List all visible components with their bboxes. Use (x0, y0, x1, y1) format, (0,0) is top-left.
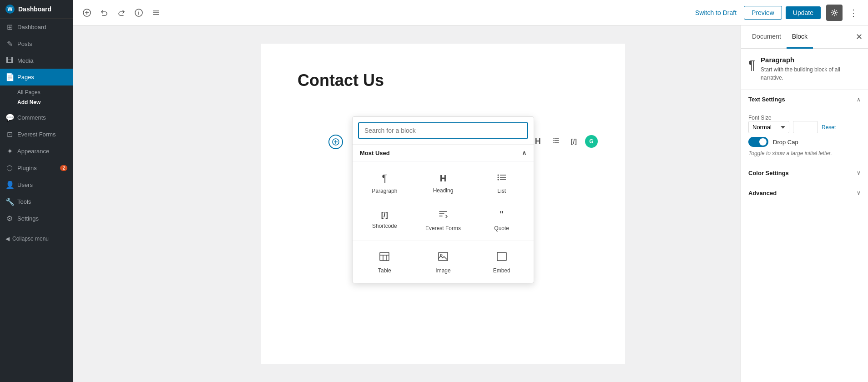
add-block-inline-button[interactable] (328, 135, 343, 149)
drop-cap-label: Drop Cap (773, 139, 798, 146)
everest-forms-block-label: Everest Forms (425, 225, 461, 231)
preview-button[interactable]: Preview (744, 6, 782, 20)
collapse-icon: ◀ (5, 236, 10, 242)
main: Contact Us H [/] G (146, 25, 868, 382)
block-search-input[interactable] (358, 122, 528, 139)
sidebar-nav: ⊞ Dashboard ✎ Posts 🎞 Media 📄 Pages All … (0, 19, 73, 382)
sidebar-logo[interactable]: W Dashboard (0, 0, 73, 19)
sidebar-pages-sub: All Pages Add New (0, 85, 73, 109)
sidebar-collapse[interactable]: ◀ Collapse menu (0, 231, 73, 246)
text-settings-content: Font Size Normal Small Medium Large Huge… (741, 109, 868, 163)
advanced-section: Advanced ∨ (741, 183, 868, 203)
sidebar-logo-label: Dashboard (18, 5, 51, 13)
panel-close-button[interactable]: ✕ (856, 32, 863, 42)
sidebar-item-label: Users (17, 181, 33, 188)
color-settings-header[interactable]: Color Settings ∨ (741, 163, 868, 183)
sidebar-item-label: Pages (17, 74, 34, 80)
sidebar-item-plugins[interactable]: ⬡ Plugins 2 (0, 160, 73, 176)
sidebar-item-posts[interactable]: ✎ Posts (0, 35, 73, 52)
text-settings-section: Text Settings ∧ Font Size Normal Small M… (741, 90, 868, 163)
tab-block[interactable]: Block (787, 25, 813, 49)
block-item-heading[interactable]: H Heading (415, 165, 472, 200)
sidebar-item-comments[interactable]: 💬 Comments (0, 109, 73, 126)
add-block-topbar-button[interactable] (80, 6, 94, 20)
most-used-chevron[interactable]: ∧ (522, 149, 526, 156)
block-item-embed[interactable]: Embed (473, 245, 530, 279)
color-settings-title: Color Settings (748, 170, 789, 176)
more-blocks-grid: Table Image Embed (353, 241, 534, 283)
embed-label: Embed (493, 267, 510, 274)
more-options-button[interactable]: ⋮ (846, 5, 861, 21)
block-search-wrap (353, 117, 534, 145)
quote-label: Quote (494, 225, 509, 231)
redo-button[interactable] (115, 6, 128, 20)
block-item-shortcode[interactable]: [/] Shortcode (356, 201, 413, 237)
switch-to-draft-button[interactable]: Switch to Draft (695, 9, 737, 16)
svg-point-18 (553, 142, 554, 143)
sidebar-item-appearance[interactable]: ✦ Appearance (0, 143, 73, 160)
sidebar-all-pages[interactable]: All Pages (17, 87, 67, 97)
block-info-icon: ¶ (748, 56, 755, 72)
topbar: Switch to Draft Preview Update ⋮ (73, 0, 868, 25)
info-button[interactable] (132, 6, 146, 20)
sidebar-item-pages[interactable]: 📄 Pages (0, 69, 73, 85)
sidebar-item-label: Posts (17, 40, 32, 47)
list-label: List (497, 188, 506, 194)
sidebar-item-dashboard[interactable]: ⊞ Dashboard (0, 19, 73, 35)
block-item-everest-forms[interactable]: Everest Forms (415, 201, 472, 237)
sidebar-divider (0, 229, 73, 229)
sidebar-item-media[interactable]: 🎞 Media (0, 52, 73, 69)
sidebar-item-users[interactable]: 👤 Users (0, 176, 73, 193)
block-item-paragraph[interactable]: ¶ Paragraph (356, 165, 413, 200)
heading-icon: H (440, 173, 446, 184)
quote-icon: " (500, 209, 504, 221)
block-info-text: Paragraph Start with the building block … (761, 56, 861, 82)
appearance-icon: ✦ (5, 147, 14, 156)
block-item-table[interactable]: Table (356, 245, 413, 279)
list-format-button[interactable] (549, 135, 563, 148)
svg-point-16 (553, 138, 554, 139)
text-settings-header[interactable]: Text Settings ∧ (741, 90, 868, 109)
advanced-header[interactable]: Advanced ∨ (741, 183, 868, 203)
sidebar-add-new[interactable]: Add New (17, 97, 67, 107)
list-icon (497, 172, 507, 184)
tab-document[interactable]: Document (747, 25, 787, 49)
update-button[interactable]: Update (786, 6, 821, 19)
page-title[interactable]: Contact Us (298, 71, 589, 90)
sidebar-item-tools[interactable]: 🔧 Tools (0, 193, 73, 210)
text-settings-chevron: ∧ (857, 96, 861, 103)
undo-button[interactable] (97, 6, 111, 20)
block-item-quote[interactable]: " Quote (473, 201, 530, 237)
block-item-image[interactable]: Image (415, 245, 472, 279)
shortcode-format-button[interactable]: [/] (568, 136, 580, 147)
sidebar-item-everest-forms[interactable]: ⊡ Everest Forms (0, 126, 73, 143)
advanced-title: Advanced (748, 190, 777, 196)
sidebar-item-label: Settings (17, 215, 39, 222)
most-used-grid: ¶ Paragraph H Heading List (353, 161, 534, 241)
drop-cap-desc: Toggle to show a large initial letter. (748, 150, 861, 157)
sidebar: W Dashboard ⊞ Dashboard ✎ Posts 🎞 Media … (0, 0, 73, 382)
settings-button[interactable] (826, 5, 843, 21)
font-size-select[interactable]: Normal Small Medium Large Huge (748, 121, 789, 133)
drop-cap-row: Drop Cap (748, 137, 861, 147)
font-size-input[interactable] (793, 121, 818, 133)
drop-cap-toggle[interactable] (748, 137, 768, 147)
editor-area: Contact Us H [/] G (146, 25, 741, 382)
font-size-reset-button[interactable]: Reset (822, 124, 836, 131)
embed-icon (497, 252, 507, 264)
users-icon: 👤 (5, 181, 14, 189)
everest-forms-icon: ⊡ (5, 130, 14, 139)
svg-point-22 (497, 175, 499, 176)
plugins-icon: ⬡ (5, 164, 14, 172)
svg-rect-31 (497, 252, 506, 261)
inline-toolbar: H [/] G (532, 135, 598, 148)
sidebar-item-label: Appearance (17, 148, 49, 155)
table-label: Table (378, 267, 391, 274)
list-view-button[interactable] (149, 6, 163, 20)
sidebar-item-settings[interactable]: ⚙ Settings (0, 210, 73, 227)
svg-point-24 (497, 179, 499, 181)
sidebar-item-label: Comments (17, 114, 46, 121)
svg-rect-25 (380, 252, 389, 261)
svg-point-5 (138, 10, 139, 11)
block-item-list[interactable]: List (473, 165, 530, 200)
